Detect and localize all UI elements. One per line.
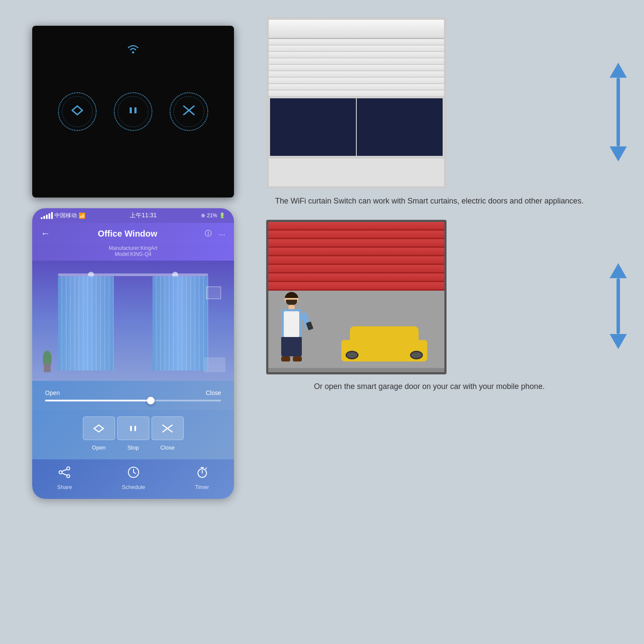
cornice (269, 20, 444, 39)
share-nav-item[interactable]: Share (57, 466, 72, 490)
switch-close-icon (180, 104, 197, 119)
svg-point-7 (67, 475, 70, 478)
garage-frame (266, 220, 447, 374)
timer-icon (196, 466, 209, 482)
switch-open-button[interactable] (58, 92, 97, 131)
slider-fill (45, 400, 151, 401)
battery-icon: 🔋 (219, 213, 225, 219)
open-button[interactable] (83, 416, 115, 440)
open-ctrl-label: Open (83, 444, 115, 451)
clock: 上午11:31 (130, 212, 157, 219)
car (341, 326, 427, 361)
svg-line-9 (62, 473, 67, 475)
manufacturer-text: Manufacturer:KingArt (32, 245, 234, 251)
shutter-description: The WiFi curtain Switch can work with Sm… (266, 195, 592, 207)
control-labels: Open Stop Close (83, 444, 184, 451)
close-label: Close (206, 389, 221, 396)
arrow-down-icon (610, 146, 627, 161)
slider-thumb[interactable] (147, 397, 155, 404)
control-buttons (83, 416, 184, 440)
window-sill (269, 157, 444, 170)
schedule-label: Schedule (122, 484, 145, 490)
share-label: Share (57, 484, 72, 490)
bottom-navigation: Share Schedule (32, 459, 234, 499)
left-column: 中国移动 📶 上午11:31 ⊕ 21% 🔋 ← Office Window ⓘ… (32, 26, 234, 499)
location-icon: ⊕ (201, 213, 205, 219)
schedule-icon (127, 466, 140, 482)
model-text: Model:KING-Q4 (32, 251, 234, 257)
close-button[interactable] (152, 416, 184, 440)
timer-label: Timer (195, 484, 209, 490)
curtain-panel-right (152, 276, 208, 371)
share-icon (58, 466, 71, 482)
garage-arrow-shaft (617, 278, 620, 334)
nav-icons: ⓘ … (205, 229, 225, 238)
arrow-shaft (617, 78, 620, 146)
garage-arrow-up-icon (610, 263, 627, 278)
close-ctrl-label: Close (152, 444, 184, 451)
status-right: ⊕ 21% 🔋 (201, 213, 225, 219)
nightstand (204, 357, 225, 372)
wifi-status-icon: 📶 (79, 213, 85, 219)
svg-line-8 (62, 469, 67, 471)
shutter-slats (269, 39, 444, 97)
switch-open-icon (69, 104, 86, 119)
curtain-visual (32, 261, 234, 381)
touch-switch-panel (32, 26, 234, 197)
svg-point-6 (59, 471, 62, 474)
svg-point-0 (132, 52, 134, 54)
garage-section: Or open the smart garage door on your ca… (266, 220, 627, 392)
switch-stop-icon (127, 104, 140, 119)
status-bar: 中国移动 📶 上午11:31 ⊕ 21% 🔋 (32, 208, 234, 223)
wifi-icon (126, 43, 140, 57)
svg-rect-1 (130, 107, 132, 113)
carrier-text: 中国移动 (55, 212, 77, 219)
svg-rect-4 (134, 426, 136, 431)
status-left: 中国移动 📶 (41, 212, 85, 219)
back-button[interactable]: ← (41, 228, 50, 239)
plant-decoration (43, 351, 52, 372)
svg-line-12 (134, 472, 136, 474)
right-pane (356, 97, 444, 157)
stop-button[interactable] (117, 416, 149, 440)
garage-door-slats (268, 222, 444, 291)
control-buttons-area: Open Stop Close (32, 410, 234, 459)
switch-close-button[interactable] (170, 92, 208, 131)
schedule-nav-item[interactable]: Schedule (122, 466, 145, 490)
window-panes (269, 97, 444, 157)
garage-illustration: Or open the smart garage door on your ca… (266, 220, 592, 392)
svg-rect-2 (134, 107, 137, 113)
timer-nav-item[interactable]: Timer (195, 466, 209, 490)
slider-labels: Open Close (45, 389, 221, 396)
info-icon[interactable]: ⓘ (205, 229, 212, 238)
slider-area: Open Close (32, 381, 234, 410)
svg-rect-3 (130, 426, 132, 431)
garage-arrow-down-icon (610, 334, 627, 349)
curtain-panel-left (58, 276, 114, 371)
shutter-section: The WiFi curtain Switch can work with Sm… (266, 17, 627, 207)
more-icon[interactable]: … (219, 229, 225, 238)
stop-ctrl-label: Stop (117, 444, 149, 451)
picture-frame (206, 286, 221, 299)
shutter-arrows (610, 63, 627, 161)
switch-button-group (58, 92, 208, 131)
svg-line-17 (206, 468, 207, 469)
phone-mockup: 中国移动 📶 上午11:31 ⊕ 21% 🔋 ← Office Window ⓘ… (32, 208, 234, 499)
window-shutter-frame (266, 17, 447, 189)
left-pane (269, 97, 356, 157)
signal-icon (41, 212, 53, 219)
manufacturer-info: Manufacturer:KingArt Model:KING-Q4 (32, 244, 234, 261)
arrow-up-icon (610, 63, 627, 78)
svg-point-5 (67, 467, 70, 470)
battery-text: 21% (207, 213, 217, 219)
switch-stop-button[interactable] (114, 92, 152, 131)
garage-arrows (610, 263, 627, 349)
page-title: Office Window (98, 229, 158, 239)
right-column: The WiFi curtain Switch can work with Sm… (266, 17, 627, 392)
person (281, 292, 302, 361)
open-label: Open (45, 389, 60, 396)
shutter-illustration: The WiFi curtain Switch can work with Sm… (266, 17, 592, 207)
garage-floor (268, 291, 444, 368)
slider-track[interactable] (45, 400, 221, 401)
phone-nav-bar: ← Office Window ⓘ … (32, 223, 234, 244)
